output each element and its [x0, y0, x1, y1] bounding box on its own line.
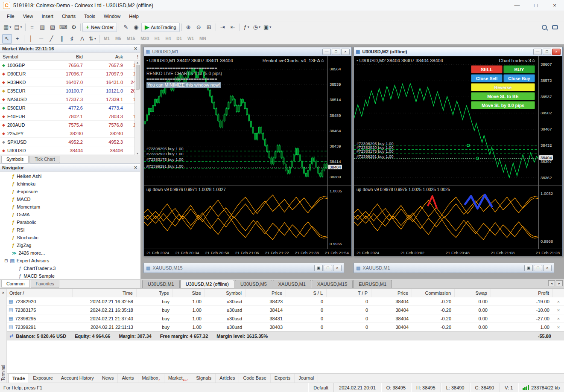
- sell-button[interactable]: SELL: [471, 65, 503, 73]
- buy-button[interactable]: BUY: [503, 65, 535, 73]
- chart-close-button[interactable]: ×: [341, 49, 350, 55]
- notifications-button[interactable]: [550, 23, 562, 32]
- timeframe-button[interactable]: M15: [124, 35, 137, 43]
- orders-column-header[interactable]: S / L: [286, 289, 327, 297]
- market-watch-row[interactable]: ◆NASUSD 17337.3 17339.1 18: [0, 95, 140, 104]
- autotrading-button[interactable]: ▶ AutoTrading: [141, 23, 180, 32]
- terminal-tab[interactable]: Mailbox7: [138, 374, 164, 383]
- orders-column-header[interactable]: Symbol: [205, 289, 245, 297]
- zoom-out-button[interactable]: ⊖: [194, 23, 204, 32]
- window-minimize-button[interactable]: —: [508, 0, 526, 11]
- price-axis[interactable]: 3856438539385143848938464384393841438389…: [327, 56, 351, 186]
- close-order-button[interactable]: ×: [553, 314, 564, 322]
- strategy-tester-button[interactable]: ⚙: [69, 23, 79, 32]
- menu-item[interactable]: File: [3, 12, 19, 20]
- timeframe-button[interactable]: M1: [101, 35, 112, 43]
- order-row[interactable]: ▤72399291 2024.02.21 22:11:13 buy 1.00 u…: [7, 323, 564, 331]
- navigator-more-item[interactable]: ≫ 2426 more...: [0, 249, 140, 257]
- crosshair-tool-button[interactable]: +: [12, 34, 22, 44]
- menu-item[interactable]: Charts: [58, 12, 80, 20]
- terminal-tab[interactable]: Signals: [192, 374, 216, 383]
- trendline-button[interactable]: ╱: [47, 34, 56, 44]
- order-row[interactable]: ▤72383175 2024.02.21 16:35:18 buy 1.00 u…: [7, 306, 564, 314]
- chart-tab[interactable]: U30USD,M2 (offline): [180, 280, 234, 288]
- timeframe-button[interactable]: M30: [138, 35, 151, 43]
- terminal-tab[interactable]: Journal: [295, 374, 318, 383]
- chart-tab[interactable]: U30USD,M5: [235, 280, 272, 288]
- terminal-tab[interactable]: Trade: [8, 374, 29, 383]
- tile-windows-button[interactable]: ⊞: [204, 23, 214, 32]
- orders-column-header[interactable]: Order /: [7, 289, 73, 297]
- chart-restore-button[interactable]: ▣: [314, 265, 323, 271]
- timeframe-button[interactable]: M5: [113, 35, 124, 43]
- minimized-chart-xauusd-m1[interactable]: ▦ XAUUSD,M1 ▣ □ ×: [354, 263, 554, 273]
- timeframe-button[interactable]: W1: [185, 35, 196, 43]
- cursor-tool-button[interactable]: ↖: [2, 34, 12, 44]
- timeframe-button[interactable]: MN: [197, 35, 209, 43]
- profiles-button[interactable]: ▤ ▾: [13, 23, 23, 32]
- orders-column-header[interactable]: Size: [173, 289, 205, 297]
- navigator-indicator-item[interactable]: ƒ RSI: [0, 226, 140, 234]
- column-bid[interactable]: Bid: [44, 54, 85, 59]
- menu-item[interactable]: View: [19, 12, 38, 20]
- terminal-close-button[interactable]: ×: [2, 289, 4, 295]
- periods-button[interactable]: ◷ ▾: [252, 23, 262, 32]
- market-watch-row[interactable]: ◆E50EUR 4772.6 4773.4 8: [0, 104, 140, 112]
- navigator-tab[interactable]: Common: [1, 280, 30, 288]
- orders-column-header[interactable]: Type: [137, 289, 173, 297]
- arrows-tool-button[interactable]: ⇅ ▾: [88, 34, 97, 44]
- collapse-icon[interactable]: ⊟: [4, 258, 8, 263]
- orders-column-header[interactable]: Price: [245, 289, 286, 297]
- chart-maximize-button[interactable]: □: [534, 265, 542, 271]
- close-order-button[interactable]: ×: [553, 306, 564, 314]
- terminal-tab[interactable]: Articles: [216, 374, 239, 383]
- chart-tab[interactable]: U30USD,M1: [142, 280, 180, 288]
- terminal-toggle-button[interactable]: ⌨: [58, 23, 69, 32]
- terminal-tab[interactable]: Market117: [164, 374, 192, 383]
- chart-maximize-button[interactable]: □: [543, 49, 551, 55]
- navigator-close-button[interactable]: ×: [133, 165, 138, 171]
- orders-column-header[interactable]: Commission: [412, 289, 455, 297]
- orders-column-header[interactable]: Price: [371, 289, 412, 297]
- chart-title-bar[interactable]: ▦ U30USD,M1 — □ ×: [144, 47, 351, 56]
- market-watch-row[interactable]: ◆H33HKD 16407.0 16431.0 240: [0, 78, 140, 87]
- chart-canvas[interactable]: ▾ U30USD,M2 38404 38407 38404 38404 Char…: [354, 56, 538, 186]
- time-axis[interactable]: 21 Feb 202421 Feb 20:3421 Feb 20:5021 Fe…: [144, 249, 351, 256]
- time-axis[interactable]: 21 Feb 202421 Feb 20:0221 Feb 20:4821 Fe…: [354, 249, 562, 256]
- chart-minimize-button[interactable]: —: [533, 49, 542, 55]
- chart-tab[interactable]: XAUUSD,M1: [273, 280, 311, 288]
- chart-minimize-button[interactable]: —: [322, 49, 331, 55]
- market-watch-row[interactable]: ◆E35EUR 10100.7 10121.0 203: [0, 87, 140, 95]
- window-maximize-button[interactable]: □: [526, 0, 545, 11]
- navigator-expert-advisors-node[interactable]: ⊟ ▤ Expert Advisors: [0, 257, 140, 264]
- terminal-tab[interactable]: Alerts: [118, 374, 138, 383]
- chart-title-bar[interactable]: ▦ U30USD,M2 (offline) — □ ×: [354, 47, 562, 56]
- terminal-tab[interactable]: Experts: [271, 374, 295, 383]
- chart-restore-button[interactable]: ▣: [524, 265, 533, 271]
- market-watch-row[interactable]: ◆SPXUSD 4952.2 4952.3 1: [0, 138, 140, 146]
- orders-column-header[interactable]: Swap: [455, 289, 491, 297]
- scroll-up-icon[interactable]: ▲: [136, 61, 139, 64]
- close-buy-button[interactable]: Close Buy: [503, 74, 535, 82]
- order-row[interactable]: ▤72398295 2024.02.21 21:37:40 buy 1.00 u…: [7, 314, 564, 323]
- navigator-toggle-button[interactable]: ▧: [48, 23, 58, 32]
- market-watch-column-headers[interactable]: Symbol Bid Ask !: [0, 52, 140, 61]
- chart-canvas[interactable]: ▾ U30USD,M1 38402 38407 38401 38404 Renk…: [144, 56, 327, 186]
- menu-item[interactable]: Window: [99, 12, 125, 20]
- menu-item[interactable]: Tools: [80, 12, 99, 20]
- market-watch-tab[interactable]: Symbols: [1, 156, 29, 163]
- metaeditor-button[interactable]: ✎: [121, 23, 131, 32]
- window-close-button[interactable]: ×: [545, 0, 564, 11]
- channel-button[interactable]: ∥: [57, 34, 67, 44]
- chart-tab[interactable]: XAUUSD,M15: [312, 280, 353, 288]
- terminal-tab[interactable]: News: [98, 374, 118, 383]
- navigator-tab[interactable]: Favorites: [31, 280, 59, 288]
- auto-scroll-button[interactable]: ⇥: [218, 23, 228, 32]
- navigator-indicator-item[interactable]: ƒ MACD: [0, 195, 140, 203]
- terminal-tab[interactable]: Code Base: [239, 374, 270, 383]
- market-watch-row[interactable]: ◆200AUD 7575.4 7576.8 14: [0, 121, 140, 129]
- column-ask[interactable]: Ask: [85, 54, 126, 59]
- timeframe-button[interactable]: H1: [152, 35, 163, 43]
- market-watch-row[interactable]: ◆U30USD 38404 38406 2: [0, 146, 140, 155]
- tabs-scroll-right-button[interactable]: ▸: [556, 280, 563, 286]
